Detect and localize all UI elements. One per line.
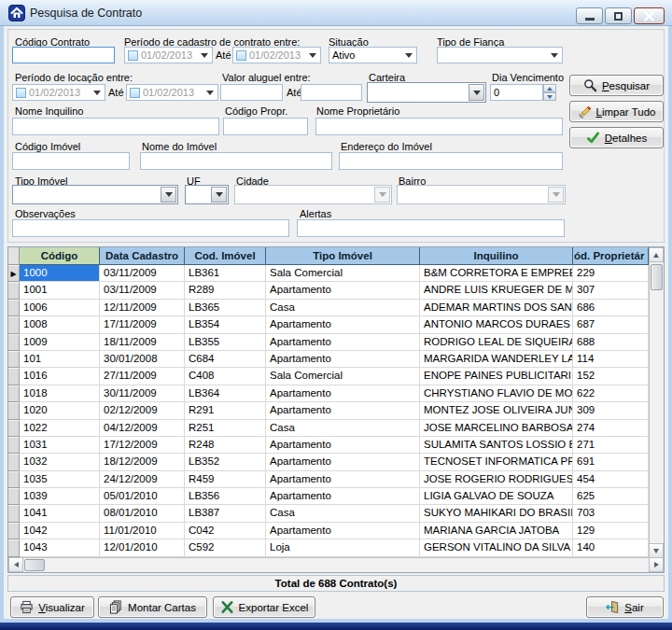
column-header-data-cadastro[interactable]: Data Cadastro [100, 247, 185, 265]
cell-inquilino[interactable]: MARGARIDA WANDERLEY LAC [420, 351, 573, 368]
cell-data-cadastro[interactable]: 30/01/2008 [100, 351, 185, 368]
cell-cod-imovel[interactable]: LB355 [185, 334, 266, 351]
column-header-inquilino[interactable]: Inquilino [420, 247, 573, 265]
dropdown-button[interactable] [469, 84, 484, 101]
scroll-left-button[interactable] [8, 557, 23, 572]
table-row[interactable]: ▶100003/11/2009LB361Sala ComercialB&M CO… [8, 265, 649, 282]
cell-cod-proprietario[interactable]: 625 [573, 488, 649, 505]
maximize-button[interactable] [605, 7, 632, 24]
cell-tipo-imovel[interactable]: Apartamento [266, 437, 420, 454]
cell-tipo-imovel[interactable]: Casa [266, 420, 420, 437]
cell-codigo[interactable]: 1009 [20, 334, 100, 351]
table-row[interactable]: 103524/12/2009R459ApartamentoJOSE ROGERI… [8, 471, 649, 488]
cell-cod-proprietario[interactable]: 703 [573, 505, 649, 522]
alertas-input[interactable] [297, 219, 565, 237]
cell-cod-imovel[interactable]: R289 [185, 282, 266, 299]
cell-inquilino[interactable]: ENOPE PAINES PUBLICITARI [420, 368, 573, 385]
dropdown-button[interactable] [161, 187, 176, 203]
chevron-down-icon[interactable] [309, 53, 316, 58]
cell-data-cadastro[interactable]: 30/11/2009 [100, 385, 185, 402]
vertical-scroll-thumb[interactable] [651, 264, 663, 290]
vertical-scrollbar[interactable] [649, 247, 664, 558]
cell-cod-proprietario[interactable]: 687 [573, 316, 649, 333]
observacoes-input[interactable] [12, 219, 289, 237]
cell-tipo-imovel[interactable]: Casa [266, 505, 420, 522]
spin-down-button[interactable] [543, 92, 556, 101]
scroll-right-button[interactable] [649, 557, 664, 572]
column-header-tipo-imovel[interactable]: Tipo Imóvel [266, 247, 420, 265]
cell-codigo[interactable]: 1031 [20, 437, 100, 454]
cell-data-cadastro[interactable]: 18/12/2009 [100, 454, 185, 470]
cell-cod-proprietario[interactable]: 307 [573, 282, 649, 299]
cell-data-cadastro[interactable]: 05/01/2010 [100, 488, 185, 505]
sair-button[interactable]: Sair [586, 596, 664, 618]
cell-cod-imovel[interactable]: C408 [185, 368, 266, 385]
table-row[interactable]: 103905/01/2010LB356ApartamentoLIGIA GALV… [8, 488, 649, 505]
cell-codigo[interactable]: 1022 [20, 420, 100, 437]
valor-aluguel-from-input[interactable] [220, 84, 283, 101]
column-header-cod-proprietario[interactable]: ód. Proprietár [573, 247, 649, 265]
cell-tipo-imovel[interactable]: Apartamento [266, 316, 420, 333]
nome-imovel-input[interactable] [140, 152, 332, 170]
cell-inquilino[interactable]: MARIANA GARCIA JATOBA [420, 523, 573, 539]
column-header-cod-imovel[interactable]: Cod. Imóvel [185, 247, 266, 265]
cell-inquilino[interactable]: CHRYSTIANO FLAVIO DE MOU [420, 385, 573, 402]
cell-data-cadastro[interactable]: 11/01/2010 [100, 523, 185, 539]
checkbox-icon[interactable] [16, 88, 26, 98]
cell-data-cadastro[interactable]: 27/11/2009 [100, 368, 185, 385]
valor-aluguel-to-input[interactable] [301, 84, 362, 101]
cell-cod-imovel[interactable]: R248 [185, 437, 266, 454]
cell-inquilino[interactable]: SULAMITA SANTOS LOSSIO B [420, 437, 573, 454]
cell-tipo-imovel[interactable]: Apartamento [266, 385, 420, 402]
table-row[interactable]: 104108/01/2010LB387CasaSUKYO MAHIKARI DO… [8, 505, 649, 522]
table-row[interactable]: 101830/11/2009LB364ApartamentoCHRYSTIANO… [8, 385, 649, 402]
cell-cod-proprietario[interactable]: 686 [573, 300, 649, 316]
chevron-down-icon[interactable] [551, 53, 558, 58]
cell-data-cadastro[interactable]: 04/12/2009 [100, 420, 185, 437]
cell-inquilino[interactable]: LIGIA GALVAO DE SOUZA [420, 488, 573, 505]
periodo-locacao-from-datepicker[interactable]: 01/02/2013 [12, 84, 105, 101]
cell-tipo-imovel[interactable]: Apartamento [266, 351, 420, 368]
table-row[interactable]: 104211/01/2010C042ApartamentoMARIANA GAR… [8, 523, 649, 539]
cell-inquilino[interactable]: GERSON VITALINO DA SILVA [420, 539, 573, 556]
periodo-cadastro-to-datepicker[interactable]: 01/02/2013 [232, 47, 321, 63]
codigo-propr-input[interactable] [223, 118, 308, 135]
cell-inquilino[interactable]: MONTEZ JOSE OLIVEIRA JUN [420, 402, 573, 419]
table-row[interactable]: 10130/01/2008C684ApartamentoMARGARIDA WA… [8, 351, 649, 368]
cell-tipo-imovel[interactable]: Loja [266, 539, 420, 556]
visualizar-button[interactable]: Visualizar [10, 596, 94, 618]
table-row[interactable]: 103117/12/2009R248ApartamentoSULAMITA SA… [8, 437, 649, 454]
cell-cod-imovel[interactable]: LB356 [185, 488, 266, 505]
checkbox-icon[interactable] [128, 50, 138, 61]
cell-codigo[interactable]: 1001 [20, 282, 100, 299]
horizontal-scroll-thumb[interactable] [24, 559, 45, 571]
limpar-tudo-button[interactable]: Limpar Tudo [569, 101, 664, 122]
cell-data-cadastro[interactable]: 24/12/2009 [100, 471, 185, 488]
dia-vencimento-input[interactable] [490, 84, 543, 101]
uf-combobox[interactable] [185, 185, 229, 204]
cell-cod-imovel[interactable]: C042 [185, 523, 266, 539]
cell-codigo[interactable]: 1043 [20, 539, 100, 556]
detalhes-button[interactable]: Detalhes [569, 127, 664, 148]
cell-data-cadastro[interactable]: 12/11/2009 [100, 300, 185, 316]
cell-cod-proprietario[interactable]: 691 [573, 454, 649, 470]
cell-codigo[interactable]: 1032 [20, 454, 100, 470]
cell-data-cadastro[interactable]: 03/11/2009 [100, 282, 185, 299]
cell-cod-imovel[interactable]: LB365 [185, 300, 266, 316]
cell-data-cadastro[interactable]: 02/12/2009 [100, 402, 185, 419]
cell-cod-proprietario[interactable]: 140 [573, 539, 649, 556]
table-row[interactable]: 100918/11/2009LB355ApartamentoRODRIGO LE… [8, 334, 649, 351]
cell-tipo-imovel[interactable]: Apartamento [266, 454, 420, 470]
cell-inquilino[interactable]: ANTONIO MARCOS DURAES [420, 316, 573, 333]
table-row[interactable]: 104312/01/2010C592LojaGERSON VITALINO DA… [8, 539, 649, 556]
cell-inquilino[interactable]: ANDRE LUIS KRUEGER DE MO [420, 282, 573, 299]
cell-cod-imovel[interactable]: C684 [185, 351, 266, 368]
table-row[interactable]: 100612/11/2009LB365CasaADEMAR MARTINS DO… [8, 300, 649, 316]
periodo-locacao-to-datepicker[interactable]: 01/02/2013 [126, 84, 218, 101]
table-row[interactable]: 100103/11/2009R289ApartamentoANDRE LUIS … [8, 282, 649, 299]
table-row[interactable]: 101627/11/2009C408Sala ComercialENOPE PA… [8, 368, 649, 385]
situacao-combobox[interactable]: Ativo [329, 47, 417, 63]
cell-inquilino[interactable]: SUKYO MAHIKARI DO BRASIL [420, 505, 573, 522]
scroll-down-button[interactable] [649, 543, 664, 558]
cell-data-cadastro[interactable]: 18/11/2009 [100, 334, 185, 351]
